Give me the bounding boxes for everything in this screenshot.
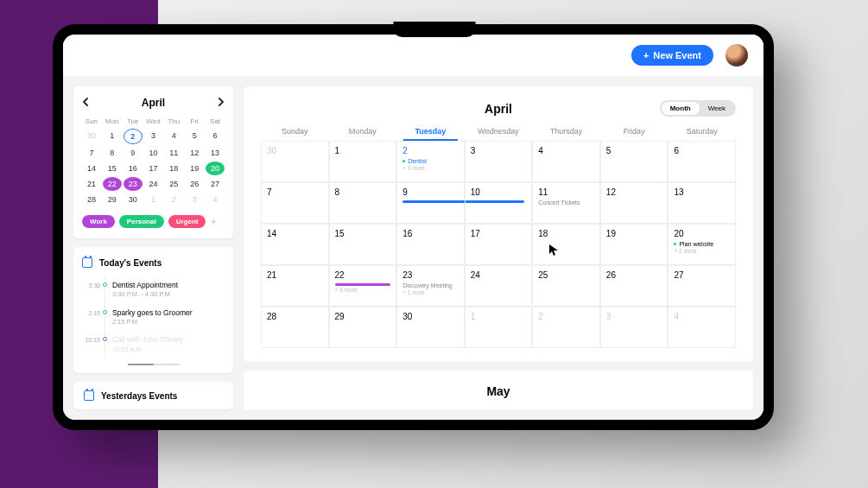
view-month-button[interactable]: Month <box>662 102 700 115</box>
mini-cal-day[interactable]: 15 <box>103 162 122 175</box>
cal-cell[interactable]: 7 <box>261 182 329 224</box>
cal-cell[interactable]: 23Discovery Meeting+ 1 more <box>396 265 465 307</box>
cal-cell[interactable]: 11Concert Tickets <box>532 182 600 224</box>
mini-cal-day[interactable]: 29 <box>103 193 122 206</box>
mini-cal-day[interactable]: 18 <box>164 162 183 175</box>
add-tag-button[interactable]: + <box>210 215 217 228</box>
cal-cell[interactable]: 25 <box>532 265 600 307</box>
cal-cell[interactable]: 30 <box>261 141 329 182</box>
cal-cell[interactable]: 18 <box>532 224 600 265</box>
mini-cal-day[interactable]: 25 <box>164 177 183 191</box>
main-cal-dow-wednesday[interactable]: Wednesday <box>465 127 533 136</box>
main-cal-dow-tuesday[interactable]: Tuesday <box>396 127 465 136</box>
mini-cal-day[interactable]: 2 <box>124 129 143 144</box>
cal-event-note[interactable]: Concert Tickets <box>538 200 594 206</box>
cal-cell[interactable]: 29 <box>329 307 397 348</box>
cal-cell[interactable]: 15 <box>329 224 397 265</box>
avatar[interactable] <box>725 44 748 67</box>
mini-cal-day[interactable]: 9 <box>124 146 143 160</box>
mini-cal-day[interactable]: 23 <box>124 177 143 191</box>
cal-cell[interactable]: 13 <box>668 182 736 224</box>
cal-cell[interactable]: 2 <box>532 307 600 348</box>
cal-cell[interactable]: 4 <box>532 141 600 182</box>
cal-cell[interactable]: 26 <box>600 265 668 307</box>
cal-event[interactable]: Dentist <box>402 158 459 164</box>
cal-more-link[interactable]: + 2 more <box>674 248 730 254</box>
cal-cell[interactable]: 10 <box>465 182 533 224</box>
tag-work[interactable]: Work <box>82 215 115 228</box>
mini-cal-day[interactable]: 10 <box>144 146 163 160</box>
mini-cal-day[interactable]: 24 <box>144 177 163 191</box>
event-item[interactable]: 3:30 Dentist Appointment3:30 P.M. - 4:30… <box>105 276 225 304</box>
cal-more-link[interactable]: + 8 more <box>335 287 391 293</box>
mini-cal-day[interactable]: 4 <box>164 129 183 144</box>
cal-cell[interactable]: 14 <box>261 224 329 265</box>
mini-cal-day[interactable]: 16 <box>124 162 143 175</box>
mini-cal-day[interactable]: 4 <box>206 193 225 206</box>
tag-urgent[interactable]: Urgent <box>168 215 206 228</box>
scroll-indicator[interactable] <box>128 364 180 365</box>
cal-cell[interactable]: 3 <box>600 307 668 348</box>
mini-cal-day[interactable]: 30 <box>82 129 101 144</box>
mini-cal-day[interactable]: 7 <box>82 146 101 160</box>
mini-cal-day[interactable]: 5 <box>185 129 204 144</box>
mini-cal-day[interactable]: 27 <box>206 177 225 191</box>
cal-event-note[interactable]: Discovery Meeting <box>402 282 459 288</box>
yesterday-events-card[interactable]: Yesterdays Events <box>73 382 233 409</box>
mini-cal-day[interactable]: 20 <box>206 162 225 175</box>
cal-cell[interactable]: 20Plan website+ 2 more <box>668 224 736 265</box>
new-event-button[interactable]: + New Event <box>631 45 713 66</box>
cal-cell[interactable]: 12 <box>600 182 668 224</box>
cal-event-bar[interactable] <box>335 283 391 286</box>
cal-event[interactable]: Plan website <box>674 241 730 247</box>
main-cal-dow-thursday[interactable]: Thursday <box>532 127 600 136</box>
main-cal-dow-sunday[interactable]: Sunday <box>261 127 329 136</box>
mini-cal-day[interactable]: 28 <box>82 193 101 206</box>
cal-cell[interactable]: 21 <box>261 265 329 307</box>
cal-cell[interactable]: 24 <box>465 265 533 307</box>
mini-cal-day[interactable]: 3 <box>144 129 163 144</box>
cal-cell[interactable]: 17 <box>465 224 533 265</box>
mini-cal-day[interactable]: 2 <box>164 193 183 206</box>
main-cal-dow-friday[interactable]: Friday <box>600 127 668 136</box>
mini-cal-day[interactable]: 1 <box>103 129 122 144</box>
cal-cell[interactable]: 30 <box>396 307 465 348</box>
mini-cal-day[interactable]: 26 <box>185 177 204 191</box>
next-month-button[interactable] <box>218 97 225 109</box>
mini-cal-day[interactable]: 22 <box>103 177 122 191</box>
cal-cell[interactable]: 19 <box>600 224 668 265</box>
tag-personal[interactable]: Personal <box>119 215 164 228</box>
mini-cal-day[interactable]: 8 <box>103 146 122 160</box>
cal-cell[interactable]: 3 <box>465 141 533 182</box>
cal-more-link[interactable]: + 1 more <box>402 289 459 295</box>
mini-cal-day[interactable]: 1 <box>144 193 163 206</box>
cal-cell[interactable]: 5 <box>600 141 668 182</box>
mini-cal-day[interactable]: 17 <box>144 162 163 175</box>
event-item[interactable]: 10:15 Call with John O'leary10:15 A.M. <box>105 331 225 358</box>
cal-more-link[interactable]: + 3 more <box>402 165 459 171</box>
mini-cal-day[interactable]: 19 <box>185 162 204 175</box>
mini-cal-day[interactable]: 6 <box>206 129 225 144</box>
cal-cell[interactable]: 1 <box>465 307 533 348</box>
cal-cell[interactable]: 8 <box>329 182 397 224</box>
cal-cell[interactable]: 9 <box>396 182 465 224</box>
mini-cal-day[interactable]: 14 <box>82 162 101 175</box>
cal-cell[interactable]: 28 <box>261 307 329 348</box>
main-calendar-scroll[interactable]: April Month Week SundayMondayTuesdayWedn… <box>244 86 753 409</box>
cal-cell[interactable]: 2Dentist+ 3 more <box>396 141 465 182</box>
cal-cell[interactable]: 16 <box>396 224 465 265</box>
mini-cal-day[interactable]: 11 <box>164 146 183 160</box>
event-item[interactable]: 2:15 Sparky goes to Groomer2:15 P.M. <box>105 304 225 332</box>
mini-cal-day[interactable]: 3 <box>185 193 204 206</box>
mini-cal-day[interactable]: 13 <box>206 146 225 160</box>
view-week-button[interactable]: Week <box>700 102 734 115</box>
main-cal-dow-saturday[interactable]: Saturday <box>668 127 736 136</box>
prev-month-button[interactable] <box>82 97 89 109</box>
mini-cal-day[interactable]: 12 <box>185 146 204 160</box>
cal-cell[interactable]: 4 <box>668 307 736 348</box>
mini-cal-day[interactable]: 30 <box>124 193 143 206</box>
mini-cal-day[interactable]: 21 <box>82 177 101 191</box>
cal-cell[interactable]: 1 <box>329 141 397 182</box>
cal-cell[interactable]: 22+ 8 more <box>329 265 397 307</box>
main-cal-dow-monday[interactable]: Monday <box>329 127 397 136</box>
